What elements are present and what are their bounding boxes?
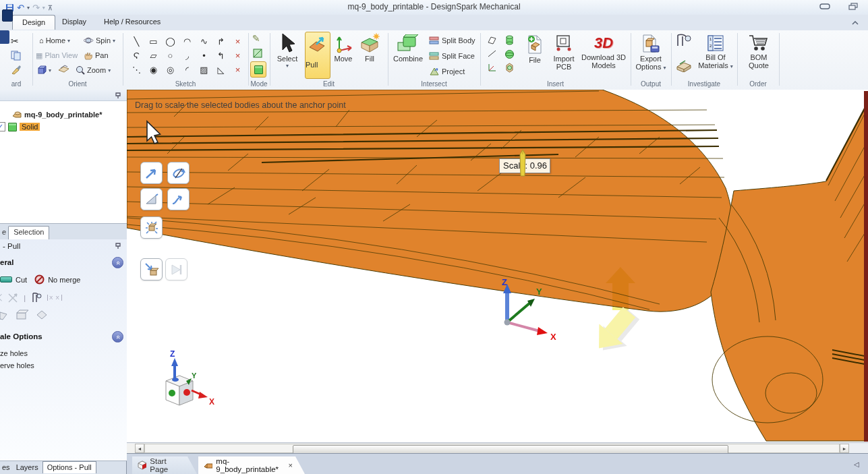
pull-direction-button[interactable] bbox=[140, 162, 163, 184]
format-brush-icon[interactable] bbox=[11, 64, 22, 75]
move-tool-button[interactable]: Move bbox=[330, 33, 356, 63]
close-tab-icon[interactable]: × bbox=[289, 461, 293, 469]
bill-of-materials-button[interactable]: 12 Bill Of Materials ▾ bbox=[696, 34, 735, 71]
extrude-option-icon[interactable] bbox=[15, 309, 28, 321]
pull-tool-button[interactable]: Pull bbox=[305, 32, 330, 79]
tab-selection[interactable]: Selection bbox=[8, 226, 49, 239]
revolve-option-icon[interactable] bbox=[35, 309, 49, 321]
sketch-tool-icon[interactable]: × bbox=[229, 34, 246, 49]
structure-root-row[interactable]: mq-9_body_printable* bbox=[12, 109, 103, 121]
solid-mode-button[interactable] bbox=[250, 61, 266, 78]
download-3d-models-button[interactable]: 3D Download 3D Models bbox=[579, 34, 629, 69]
scroll-right-button[interactable]: ► bbox=[840, 444, 849, 453]
rotate-tool-button[interactable] bbox=[167, 162, 190, 184]
restore-button[interactable] bbox=[844, 1, 862, 11]
copy-icon[interactable] bbox=[11, 51, 22, 61]
sketch-tool-icon[interactable]: ↱ bbox=[212, 34, 229, 49]
tab-help-resources[interactable]: Help / Resources bbox=[94, 15, 170, 30]
sketch-tool-icon[interactable]: × bbox=[229, 63, 246, 77]
sketch-tool-icon[interactable]: ⋱ bbox=[128, 63, 145, 77]
tab-structure-fragment[interactable]: e bbox=[0, 227, 8, 239]
import-pcb-button[interactable]: Import PCB bbox=[549, 34, 579, 71]
draft-tool-button[interactable] bbox=[140, 188, 163, 210]
sketch-tool-icon[interactable]: ○ bbox=[162, 49, 179, 63]
modifier-icon[interactable]: ⤫ bbox=[0, 292, 2, 303]
insert-shell-icon[interactable] bbox=[504, 63, 515, 73]
export-options-button[interactable]: Export Options ▾ bbox=[634, 34, 668, 72]
sketch-tool-icon[interactable]: ↰ bbox=[212, 49, 229, 63]
sketch-tool-icon[interactable]: ◠ bbox=[179, 34, 196, 49]
insert-file-button[interactable]: File bbox=[521, 34, 549, 64]
sketch-mode-icon[interactable]: ✎ bbox=[252, 33, 260, 44]
paste-button[interactable] bbox=[0, 30, 9, 44]
sketch-tool-icon[interactable]: ◺ bbox=[212, 63, 229, 77]
tab-document[interactable]: mq-9_body_printable* × bbox=[198, 456, 305, 474]
chamfer-option-icon[interactable] bbox=[0, 309, 8, 321]
up-to-tool-button[interactable] bbox=[140, 258, 163, 280]
measure-option-icon[interactable] bbox=[31, 293, 42, 303]
spin-button[interactable]: Spin▾ bbox=[84, 34, 115, 47]
section-view-icon[interactable] bbox=[58, 64, 70, 73]
split-face-button[interactable]: Split Face bbox=[429, 49, 475, 63]
project-button[interactable]: Project bbox=[429, 65, 465, 78]
bom-quote-button[interactable]: BOM Quote bbox=[742, 34, 776, 69]
tab-design[interactable]: Design bbox=[12, 15, 55, 30]
collapse-scale-options-button[interactable]: « bbox=[112, 331, 123, 343]
pan-button[interactable]: Pan bbox=[84, 49, 109, 62]
tab-start-page[interactable]: Start Page bbox=[132, 456, 197, 474]
canvas-hscrollbar[interactable]: ◄ ► bbox=[127, 442, 868, 453]
preview-button[interactable] bbox=[165, 258, 187, 280]
ruler-option-icon[interactable]: X X bbox=[47, 295, 62, 301]
ribbon-collapse-icon[interactable] bbox=[851, 20, 859, 26]
scale-option-1[interactable]: ze holes bbox=[0, 349, 28, 357]
sketch-tool-icon[interactable]: ◯ bbox=[162, 34, 179, 49]
sketch-tool-icon[interactable]: ◎ bbox=[162, 63, 179, 77]
sketch-tool-icon[interactable]: ▭ bbox=[145, 34, 162, 49]
insert-axes-icon[interactable] bbox=[487, 63, 497, 72]
sketch-tool-icon[interactable]: ◉ bbox=[145, 63, 162, 77]
home-view-button[interactable]: ⌂Home▾ bbox=[39, 34, 70, 47]
sketch-tool-icon[interactable]: Ϛ bbox=[128, 49, 145, 63]
sketch-tool-icon[interactable]: ◞ bbox=[179, 49, 196, 63]
insert-line-icon[interactable] bbox=[487, 49, 497, 58]
tab-scroll-icon[interactable]: ◁ bbox=[854, 461, 859, 468]
mass-properties-icon[interactable] bbox=[676, 59, 692, 72]
scrollbar-thumb[interactable] bbox=[293, 445, 728, 453]
tab-properties-fragment[interactable]: es bbox=[0, 462, 12, 474]
scale-option-2[interactable]: erve holes bbox=[0, 361, 34, 369]
sweep-tool-button[interactable] bbox=[167, 188, 190, 210]
drone-fuselage[interactable] bbox=[127, 90, 733, 312]
insert-sphere-icon[interactable] bbox=[504, 49, 515, 59]
tab-options-pull[interactable]: Options - Pull bbox=[42, 461, 96, 473]
sketch-tool-icon[interactable]: ∿ bbox=[196, 34, 212, 49]
tab-layers[interactable]: Layers bbox=[12, 462, 42, 474]
visibility-checkbox[interactable]: ✓ bbox=[0, 122, 5, 131]
fill-tool-button[interactable]: Fill bbox=[356, 33, 383, 63]
view-cube-button[interactable]: ▾ bbox=[37, 63, 51, 77]
plan-view-button[interactable]: ▦Plan View bbox=[36, 49, 78, 62]
sketch-tool-icon[interactable]: ▱ bbox=[145, 49, 162, 63]
scale-down-arrow[interactable] bbox=[587, 302, 645, 360]
orientation-cube-triad[interactable]: Z Y X bbox=[166, 349, 214, 407]
pin-icon[interactable] bbox=[115, 242, 122, 249]
no-direction-icon[interactable] bbox=[7, 293, 18, 303]
section-mode-icon[interactable] bbox=[252, 48, 263, 59]
sketch-tool-icon[interactable]: ▨ bbox=[196, 63, 212, 77]
scale-tool-button[interactable] bbox=[140, 216, 163, 239]
insert-plane-icon[interactable] bbox=[487, 36, 497, 45]
modeling-canvas[interactable]: Z Y X Z Y X bbox=[127, 90, 868, 453]
sketch-tool-icon[interactable]: × bbox=[229, 49, 246, 63]
insert-cylinder-icon[interactable] bbox=[504, 34, 515, 45]
sketch-tool-icon[interactable]: • bbox=[196, 49, 212, 63]
cut-icon[interactable]: ✂ bbox=[11, 36, 19, 47]
scroll-left-button[interactable]: ◄ bbox=[135, 444, 144, 453]
minimize-button[interactable] bbox=[816, 1, 834, 11]
structure-solid-row[interactable]: ✓ Solid bbox=[0, 121, 40, 133]
combine-button[interactable]: Combine bbox=[390, 34, 426, 63]
tab-display[interactable]: Display bbox=[53, 15, 96, 30]
scrollbar-track[interactable] bbox=[144, 444, 840, 453]
sketch-tool-icon[interactable]: ╲ bbox=[128, 34, 145, 49]
select-tool-button[interactable]: Select ▾ bbox=[272, 33, 302, 69]
zoom-button[interactable]: Zoom▾ bbox=[76, 63, 111, 77]
application-menu-button[interactable] bbox=[2, 9, 13, 22]
